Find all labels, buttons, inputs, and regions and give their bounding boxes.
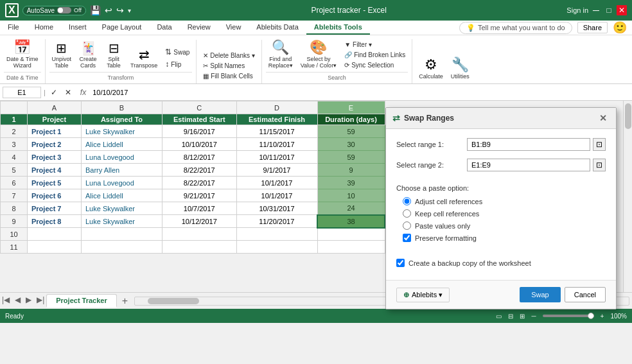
cell-d3[interactable]: 11/10/2017 xyxy=(236,138,317,151)
cell-c9[interactable]: 10/12/2017 xyxy=(162,215,237,228)
cell-d8[interactable]: 10/31/2017 xyxy=(236,202,317,215)
select-by-value-button[interactable]: 🎨 Select byValue / Color▾ xyxy=(298,39,339,70)
check-backup[interactable]: Create a backup copy of the worksheet xyxy=(396,259,606,267)
cell-c6[interactable]: 8/22/2017 xyxy=(162,177,237,189)
create-cards-button[interactable]: 🃏 CreateCards xyxy=(76,40,100,70)
cell-c7[interactable]: 9/21/2017 xyxy=(162,189,237,202)
tab-home[interactable]: Home xyxy=(27,21,61,35)
undo-icon[interactable]: ↩ xyxy=(105,5,112,15)
cell-c2[interactable]: 9/16/2017 xyxy=(162,125,237,138)
zoom-slider[interactable] xyxy=(543,315,594,317)
range2-select-button[interactable]: ⊡ xyxy=(593,159,606,171)
cell-d7[interactable]: 10/1/2017 xyxy=(236,189,317,202)
range2-input[interactable] xyxy=(467,159,590,171)
radio-adjust[interactable]: Adjust cell references xyxy=(403,197,606,205)
tab-review[interactable]: Review xyxy=(180,21,218,35)
cell-d5[interactable]: 9/1/2017 xyxy=(236,164,317,177)
check-preserve[interactable]: Preserve formatting xyxy=(403,234,606,242)
cell-e10[interactable] xyxy=(317,228,385,241)
col-header-c[interactable]: C xyxy=(162,101,237,114)
check-preserve-input[interactable] xyxy=(403,234,411,242)
cell-a7[interactable]: Project 6 xyxy=(28,189,82,202)
radio-keep-input[interactable] xyxy=(403,209,411,218)
cell-c10[interactable] xyxy=(162,228,237,241)
cell-e2[interactable]: 59 xyxy=(317,125,385,138)
filter-button[interactable]: ▼ Filter ▾ xyxy=(342,40,408,49)
cell-e5[interactable]: 9 xyxy=(317,164,385,177)
cell-d2[interactable]: 11/15/2017 xyxy=(236,125,317,138)
cell-a5[interactable]: Project 4 xyxy=(28,164,82,177)
check-icon[interactable]: ✓ xyxy=(48,88,60,97)
cell-e8[interactable]: 24 xyxy=(317,202,385,215)
sheet-scroll[interactable]: A B C D E 1 Project Assigned To Estimate… xyxy=(0,101,385,292)
tab-view[interactable]: View xyxy=(218,21,249,35)
cell-b8[interactable]: Luke Skywalker xyxy=(82,202,162,215)
cell-c11[interactable] xyxy=(162,241,237,254)
autosave-pill[interactable]: AutoSave Off xyxy=(22,6,86,15)
cell-b9[interactable]: Luke Skywalker xyxy=(82,215,162,228)
close-button[interactable]: ✕ xyxy=(617,5,627,15)
cell-b2[interactable]: Luke Skywalker xyxy=(82,125,162,138)
radio-values[interactable]: Paste values only xyxy=(403,221,606,230)
cell-d4[interactable]: 10/11/2017 xyxy=(236,151,317,164)
cell-b5[interactable]: Barry Allen xyxy=(82,164,162,177)
page-layout-icon[interactable]: ⊟ xyxy=(508,313,513,320)
cell-e11[interactable] xyxy=(317,241,385,254)
cell-b3[interactable]: Alice Liddell xyxy=(82,138,162,151)
fill-blank-cells-button[interactable]: ▦ Fill Blank Cells xyxy=(200,71,257,81)
tell-me-bar[interactable]: 💡 Tell me what you want to do xyxy=(459,22,572,34)
cell-e3[interactable]: 30 xyxy=(317,138,385,151)
date-time-wizard-button[interactable]: 📅 Date & TimeWizard xyxy=(4,39,41,70)
check-backup-input[interactable] xyxy=(396,259,405,267)
zoom-out-icon[interactable]: ─ xyxy=(531,313,536,320)
cell-d10[interactable] xyxy=(236,228,317,241)
add-sheet-button[interactable]: + xyxy=(118,295,132,307)
col-header-b[interactable]: B xyxy=(82,101,162,114)
zoom-in-icon[interactable]: + xyxy=(601,313,604,320)
formula-input[interactable] xyxy=(92,89,629,96)
cell-b7[interactable]: Alice Liddell xyxy=(82,189,162,202)
cell-a9[interactable]: Project 8 xyxy=(28,215,82,228)
flip-button[interactable]: ↕ Flip xyxy=(162,58,192,70)
range1-select-button[interactable]: ⊡ xyxy=(593,138,606,151)
cell-a8[interactable]: Project 7 xyxy=(28,202,82,215)
tab-insert[interactable]: Insert xyxy=(61,21,94,35)
find-broken-links-button[interactable]: 🔗 Find Broken Links xyxy=(342,50,408,60)
save-icon[interactable]: 💾 xyxy=(90,5,101,15)
transpose-button[interactable]: ⇄ Transpose xyxy=(128,47,160,70)
smiley-icon[interactable]: 🙂 xyxy=(613,21,627,35)
cancel-dialog-button[interactable]: Cancel xyxy=(565,287,606,302)
calculate-button[interactable]: ⚙ Calculate xyxy=(416,56,446,81)
range1-input[interactable] xyxy=(467,138,590,151)
col-header-d[interactable]: D xyxy=(236,101,317,114)
cell-a11[interactable] xyxy=(28,241,82,254)
cancel-formula-icon[interactable]: ✕ xyxy=(62,88,74,97)
cell-d9[interactable]: 11/20/2017 xyxy=(236,215,317,228)
cell-b11[interactable] xyxy=(82,241,162,254)
split-names-button[interactable]: ✂ Split Names xyxy=(200,61,257,71)
find-replace-button[interactable]: 🔍 Find andReplace▾ xyxy=(266,39,295,70)
minimize-button[interactable]: ─ xyxy=(591,5,601,15)
share-button[interactable]: Share xyxy=(577,22,608,33)
tab-ablebits-data[interactable]: Ablebits Data xyxy=(249,21,306,35)
sheet-tab-project-tracker[interactable]: Project Tracker xyxy=(46,294,117,308)
cell-a10[interactable] xyxy=(28,228,82,241)
col-header-e[interactable]: E xyxy=(317,101,385,114)
cell-a3[interactable]: Project 2 xyxy=(28,138,82,151)
radio-values-input[interactable] xyxy=(403,221,411,230)
cell-c8[interactable]: 10/7/2017 xyxy=(162,202,237,215)
cell-d11[interactable] xyxy=(236,241,317,254)
cell-a4[interactable]: Project 3 xyxy=(28,151,82,164)
delete-blanks-button[interactable]: ✕ Delete Blanks ▾ xyxy=(200,51,257,60)
tab-prev-button[interactable]: ◀ xyxy=(13,295,22,304)
restore-button[interactable]: □ xyxy=(604,5,614,15)
cell-a6[interactable]: Project 5 xyxy=(28,177,82,189)
cell-c5[interactable]: 8/22/2017 xyxy=(162,164,237,177)
dialog-close-button[interactable]: ✕ xyxy=(597,112,610,125)
cell-b10[interactable] xyxy=(82,228,162,241)
radio-keep[interactable]: Keep cell references xyxy=(403,209,606,218)
cell-b4[interactable]: Luna Lovegood xyxy=(82,151,162,164)
cell-d6[interactable]: 10/1/2017 xyxy=(236,177,317,189)
swap-action-button[interactable]: Swap xyxy=(520,287,561,302)
swap-button[interactable]: ⇅ Swap xyxy=(162,46,192,58)
